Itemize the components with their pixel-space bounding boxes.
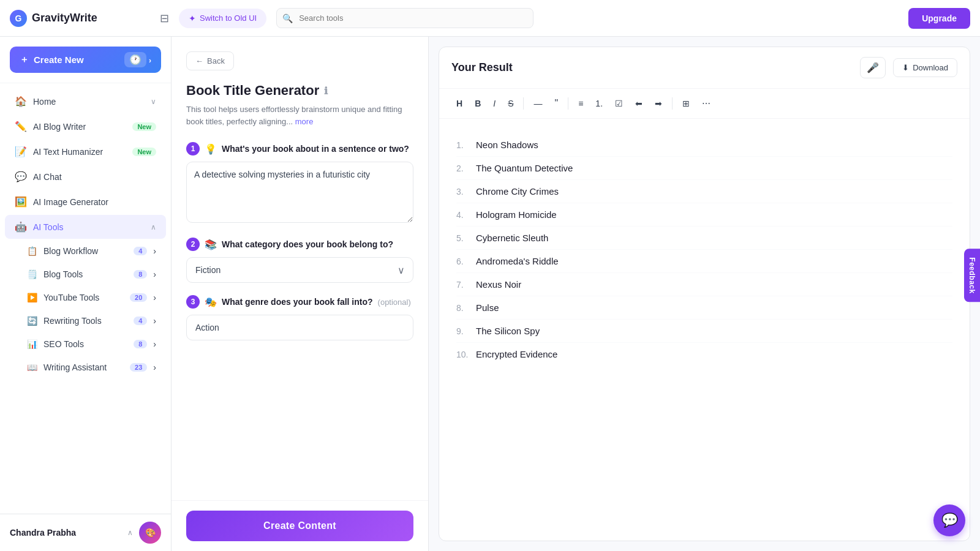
avatar: 🎨 xyxy=(139,522,161,544)
ai-text-humanizer-badge: New xyxy=(132,148,156,156)
create-new-label: Create New xyxy=(34,54,84,65)
question-3-number: 3 xyxy=(186,295,200,309)
list-item: 3. Chrome City Crimes xyxy=(456,180,952,203)
optional-tag: (optional) xyxy=(378,298,411,307)
sidebar-item-ai-image-generator-label: AI Image Generator xyxy=(33,197,108,207)
result-content: 1. Neon Shadows 2. The Quantum Detective… xyxy=(439,119,970,541)
create-new-chevron: › xyxy=(149,56,151,65)
sidebar-item-ai-blog-writer[interactable]: ✏️ AI Blog Writer New xyxy=(5,114,166,138)
toolbar-more-button[interactable]: ⋯ xyxy=(697,96,715,111)
toolbar-align-right-button[interactable]: ➡ xyxy=(650,96,667,111)
youtube-tools-icon: ▶️ xyxy=(27,293,37,302)
sidebar-item-rewriting-tools[interactable]: 🔄 Rewriting Tools 4 › xyxy=(5,310,166,332)
sidebar-item-home[interactable]: 🏠 Home ∨ xyxy=(5,89,166,113)
sidebar-nav: 🏠 Home ∨ ✏️ AI Blog Writer New 📝 AI Text… xyxy=(0,83,171,514)
question-2-icon: 📚 xyxy=(205,239,217,250)
toolbar-table-button[interactable]: ⊞ xyxy=(677,96,695,111)
category-select[interactable]: Fiction Non-Fiction Fantasy Mystery Roma… xyxy=(186,257,413,283)
toolbar-bullet-list-button[interactable]: ≡ xyxy=(573,96,588,111)
form-question-2: 2 📚 What category does your book belong … xyxy=(186,238,413,283)
question-1-number: 1 xyxy=(186,142,200,156)
search-bar: 🔍 xyxy=(276,8,533,28)
writing-assistant-badge: 23 xyxy=(130,363,147,372)
toolbar-hr-button[interactable]: — xyxy=(529,96,547,111)
sidebar-item-ai-text-humanizer-label: AI Text Humanizer xyxy=(33,147,103,157)
app-name: GravityWrite xyxy=(32,12,97,24)
sidebar-item-ai-chat[interactable]: 💬 AI Chat xyxy=(5,165,166,189)
topbar-middle: ✦ Switch to Old UI 🔍 xyxy=(179,8,899,28)
blog-workflow-icon: 📋 xyxy=(27,246,37,256)
sidebar-item-blog-workflow[interactable]: 📋 Blog Workflow 4 › xyxy=(5,240,166,262)
list-item: 1. Neon Shadows xyxy=(456,133,952,157)
download-icon: ⬇ xyxy=(902,63,909,72)
sidebar-item-ai-image-generator[interactable]: 🖼️ AI Image Generator xyxy=(5,190,166,214)
create-new-button[interactable]: ＋ Create New 🕐 › xyxy=(10,47,161,73)
sidebar-item-seo-tools[interactable]: 📊 SEO Tools 8 › xyxy=(5,333,166,355)
sidebar-item-blog-workflow-label: Blog Workflow xyxy=(43,246,98,256)
chat-fab-button[interactable]: 💬 xyxy=(933,504,965,536)
seo-tools-chevron-icon: › xyxy=(153,339,156,349)
result-list: 1. Neon Shadows 2. The Quantum Detective… xyxy=(456,133,952,365)
history-icon-button[interactable]: 🕐 xyxy=(124,52,146,67)
home-chevron-icon: ∨ xyxy=(151,97,156,106)
sidebar-footer[interactable]: Chandra Prabha ∧ 🎨 xyxy=(0,514,171,551)
book-description-input[interactable]: A detective solving mysteries in a futur… xyxy=(186,162,413,223)
sidebar-item-ai-blog-writer-label: AI Blog Writer xyxy=(33,122,86,132)
sidebar-item-ai-tools[interactable]: 🤖 AI Tools ∧ xyxy=(5,215,166,239)
toolbar-strikethrough-button[interactable]: S xyxy=(503,96,518,111)
download-label: Download xyxy=(913,63,948,72)
search-icon: 🔍 xyxy=(282,13,293,23)
seo-tools-badge: 8 xyxy=(134,340,147,348)
toolbar-bold-button[interactable]: B xyxy=(470,96,486,111)
result-panel: Your Result 🎤 ⬇ Download H B I S — " xyxy=(439,47,970,541)
search-input[interactable] xyxy=(276,8,533,28)
toolbar-align-left-button[interactable]: ⬅ xyxy=(630,96,647,111)
category-select-wrap: Fiction Non-Fiction Fantasy Mystery Roma… xyxy=(186,257,413,283)
sidebar-item-ai-text-humanizer[interactable]: 📝 AI Text Humanizer New xyxy=(5,140,166,163)
switch-old-ui-label: Switch to Old UI xyxy=(200,13,257,23)
toolbar-heading-button[interactable]: H xyxy=(451,96,467,111)
user-name: Chandra Prabha xyxy=(10,528,121,538)
toolbar-italic-button[interactable]: I xyxy=(488,96,500,111)
form-question-1: 1 💡 What's your book about in a sentence… xyxy=(186,142,413,225)
question-1-label: 1 💡 What's your book about in a sentence… xyxy=(186,142,413,156)
download-button[interactable]: ⬇ Download xyxy=(893,58,957,77)
toolbar-quote-button[interactable]: " xyxy=(549,95,563,112)
youtube-tools-badge: 20 xyxy=(130,293,147,302)
tool-description: This tool helps users effortlessly brain… xyxy=(186,103,413,127)
sidebar-item-home-label: Home xyxy=(33,97,56,107)
question-1-text: What's your book about in a sentence or … xyxy=(222,144,409,154)
plus-icon: ＋ xyxy=(20,54,29,66)
toolbar-ordered-list-button[interactable]: 1. xyxy=(590,96,608,111)
question-3-text: What genre does your book fall into? xyxy=(222,297,373,307)
back-button[interactable]: ← Back xyxy=(186,51,234,70)
blog-tools-badge: 8 xyxy=(134,270,147,279)
sidebar-item-seo-tools-label: SEO Tools xyxy=(43,339,84,349)
content-area: ← Back Book Title Generator ℹ This tool … xyxy=(172,37,980,551)
sidebar-item-blog-tools[interactable]: 🗒️ Blog Tools 8 › xyxy=(5,263,166,285)
sidebar-toggle-icon[interactable]: ⊟ xyxy=(160,12,169,25)
list-item: 7. Nexus Noir xyxy=(456,273,952,296)
writing-assistant-chevron-icon: › xyxy=(153,362,156,372)
genre-input[interactable] xyxy=(186,315,413,340)
form-panel: ← Back Book Title Generator ℹ This tool … xyxy=(172,37,429,551)
chat-fab-icon: 💬 xyxy=(941,512,958,528)
ai-blog-writer-icon: ✏️ xyxy=(15,121,27,132)
main-layout: ＋ Create New 🕐 › 🏠 Home ∨ ✏️ AI Blog Wri… xyxy=(0,37,980,551)
ai-blog-writer-badge: New xyxy=(132,122,156,131)
question-3-label: 3 🎭 What genre does your book fall into?… xyxy=(186,295,413,309)
upgrade-button[interactable]: Upgrade xyxy=(908,8,970,29)
sidebar-item-writing-assistant[interactable]: 📖 Writing Assistant 23 › xyxy=(5,356,166,378)
create-content-button[interactable]: Create Content xyxy=(186,511,413,541)
feedback-tab[interactable]: Feedback xyxy=(964,249,980,302)
question-2-number: 2 xyxy=(186,238,200,251)
switch-old-ui-button[interactable]: ✦ Switch to Old UI xyxy=(179,9,266,28)
microphone-icon-button[interactable]: 🎤 xyxy=(860,57,886,78)
rewriting-tools-chevron-icon: › xyxy=(153,316,156,326)
editor-toolbar: H B I S — " ≡ 1. ☑ ⬅ ➡ ⊞ ⋯ xyxy=(439,89,970,119)
sidebar-item-youtube-tools[interactable]: ▶️ YouTube Tools 20 › xyxy=(5,287,166,309)
more-link[interactable]: more xyxy=(295,117,314,126)
ai-image-generator-icon: 🖼️ xyxy=(15,196,27,208)
toolbar-checklist-button[interactable]: ☑ xyxy=(610,96,628,111)
home-icon: 🏠 xyxy=(15,96,27,107)
